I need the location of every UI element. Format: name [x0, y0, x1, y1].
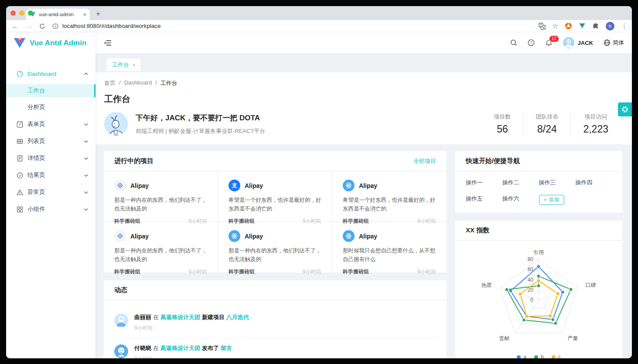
chart-legend: a b c: [455, 354, 622, 358]
legend-item-a[interactable]: a: [517, 354, 526, 358]
url-text[interactable]: localhost:8080/#/dashboard/workplace: [62, 23, 160, 29]
stat-visits: 项目访问 2,223: [570, 113, 623, 135]
project-card[interactable]: Alipay 希望是一个好东西，也许是最好的，好东西是不会消亡的 科学搬砖组 9…: [332, 171, 447, 222]
avatar: [114, 344, 128, 358]
sidebar-item-label: 详情页: [27, 154, 45, 162]
project-card[interactable]: Alipay 那是一种内在的东西，他们到达不了，也无法触及的 科学搬砖组 9小时…: [218, 222, 332, 272]
project-time: 9小时前: [417, 268, 436, 276]
sidebar-item-lists[interactable]: 列表页: [6, 135, 96, 148]
form-icon: [17, 121, 24, 128]
menu-fold-icon[interactable]: [102, 37, 114, 49]
stat-label: 团队排名: [536, 113, 558, 121]
notification-bell-icon[interactable]: 12: [545, 39, 553, 47]
bookmark-star-icon[interactable]: ☆: [552, 22, 558, 30]
sidebar-item-label: 小组件: [27, 205, 45, 213]
project-card[interactable]: Alipay 那是一种内在的东西，他们到达不了，也无法触及的 科学搬砖组 9小时…: [104, 222, 218, 272]
svg-text:a: a: [542, 26, 544, 29]
quick-link-2[interactable]: 操作二: [502, 179, 539, 187]
project-card[interactable]: 支 Alipay 希望是一个好东西，也许是最好的，好东西是不会消亡的 科学搬砖组…: [218, 171, 332, 222]
extensions-puzzle-icon[interactable]: [592, 23, 599, 30]
project-time: 9小时前: [188, 268, 207, 276]
settings-button[interactable]: [618, 102, 632, 116]
sidebar-item-label: Dashboard: [27, 71, 56, 77]
user-menu[interactable]: JACK: [563, 37, 593, 48]
project-name[interactable]: Alipay: [359, 233, 377, 240]
project-card[interactable]: Alipay 那是一种内在的东西，他们到达不了，也无法触及的 科学搬砖组 9小时…: [104, 171, 218, 222]
feed-group-link[interactable]: 高逼格设计天团: [160, 314, 200, 320]
project-desc: 那是一种内在的东西，他们到达不了，也无法触及的: [114, 246, 207, 264]
quick-links: 操作一 操作二 操作三 操作四 操作五 操作六 + 添加: [455, 171, 622, 213]
quick-link-3[interactable]: 操作三: [539, 179, 576, 187]
project-group-link[interactable]: 科学搬砖组: [229, 268, 255, 276]
card-title: XX 指数: [466, 226, 489, 235]
browser-tab[interactable]: vue-antd-admin ×: [26, 9, 90, 20]
react-logo-icon: [229, 230, 240, 242]
sidebar-item-results[interactable]: 结果页: [6, 169, 96, 182]
add-button[interactable]: + 添加: [539, 195, 564, 205]
extension-orange-icon[interactable]: [565, 22, 572, 30]
project-name[interactable]: Alipay: [130, 182, 149, 189]
project-group-link[interactable]: 科学搬砖组: [114, 268, 140, 276]
tab-close-icon[interactable]: ×: [83, 11, 86, 18]
chevron-down-icon: [84, 191, 89, 194]
feed-user[interactable]: 付晓晓: [134, 345, 151, 351]
project-name[interactable]: Alipay: [245, 233, 263, 240]
project-name[interactable]: Alipay: [359, 182, 377, 189]
react-logo-icon: [343, 180, 355, 191]
sidebar-item-widgets[interactable]: 小组件: [6, 203, 96, 216]
page-info-icon[interactable]: [52, 23, 58, 29]
back-icon[interactable]: ←: [12, 22, 19, 30]
plus-icon: +: [544, 197, 547, 203]
feed-object-link[interactable]: 留言: [221, 345, 232, 351]
browser-profile-avatar[interactable]: h: [606, 22, 614, 31]
legend-item-c[interactable]: c: [552, 354, 561, 358]
forward-icon[interactable]: →: [26, 22, 32, 30]
radar-chart: 020406080引用口碑产量贡献热度 a b c: [455, 241, 622, 358]
feed-group-link[interactable]: 高逼格设计天团: [160, 345, 200, 351]
translate-icon[interactable]: 文a: [539, 23, 546, 30]
language-switcher[interactable]: 简体: [604, 39, 624, 47]
header-search-icon[interactable]: [510, 39, 517, 46]
warning-triangle-icon: [17, 189, 24, 196]
user-role-text: 前端工程师 | 蚂蚁金服-计算服务事业群-REACT平台: [136, 127, 265, 135]
quick-link-5[interactable]: 操作五: [466, 195, 502, 205]
close-window-button[interactable]: [10, 10, 16, 16]
project-name[interactable]: Alipay: [130, 233, 149, 240]
project-name[interactable]: Alipay: [245, 182, 263, 189]
legend-label: a: [523, 354, 526, 358]
feed-object-link[interactable]: 八月迭代: [226, 314, 249, 320]
sidebar-item-details[interactable]: 详情页: [6, 152, 96, 165]
breadcrumb-home[interactable]: 首页: [104, 79, 116, 87]
browser-menu-icon[interactable]: ⋮: [621, 22, 628, 30]
reload-icon[interactable]: [39, 23, 45, 29]
sidebar-item-analysis[interactable]: 分析页: [6, 101, 96, 114]
feed-user[interactable]: 曲丽丽: [134, 314, 151, 320]
vue-extension-icon[interactable]: [579, 23, 586, 29]
app-logo[interactable]: Vue Antd Admin: [6, 32, 96, 54]
project-group-link[interactable]: 科学搬砖组: [343, 268, 369, 276]
minimize-window-button[interactable]: [19, 10, 24, 16]
zoom-window-button[interactable]: [28, 10, 33, 16]
breadcrumb-dashboard[interactable]: Dashboard: [124, 79, 152, 87]
sidebar-item-workplace[interactable]: 工作台: [6, 84, 96, 97]
address-bar[interactable]: localhost:8080/#/dashboard/workplace: [52, 23, 539, 29]
help-icon[interactable]: ?: [528, 39, 535, 46]
app-header: ? 12 JACK: [96, 32, 632, 53]
quick-link-4[interactable]: 操作四: [575, 179, 612, 187]
legend-label: c: [558, 354, 561, 358]
sidebar-item-label: 工作台: [27, 87, 45, 95]
user-name: JACK: [578, 40, 593, 46]
tab-workplace[interactable]: 工作台 ×: [107, 58, 140, 71]
ongoing-projects-card: 进行中的项目 全部项目 Alipay: [104, 151, 447, 272]
project-card[interactable]: Alipay 那时候我只会想自己想要什么，从不想自己拥有什么 科学搬砖组 9小时…: [332, 222, 447, 272]
sidebar-item-exceptions[interactable]: 异常页: [6, 186, 96, 199]
all-projects-link[interactable]: 全部项目: [413, 157, 436, 165]
tab-close-icon[interactable]: ×: [133, 62, 135, 68]
quick-link-1[interactable]: 操作一: [466, 179, 502, 187]
sidebar-item-label: 分析页: [27, 103, 45, 111]
sidebar-item-forms[interactable]: 表单页: [6, 118, 96, 131]
legend-item-b[interactable]: b: [534, 354, 544, 358]
new-tab-button[interactable]: +: [96, 10, 100, 18]
sidebar-item-dashboard[interactable]: Dashboard: [6, 67, 96, 80]
quick-link-6[interactable]: 操作六: [502, 195, 539, 205]
